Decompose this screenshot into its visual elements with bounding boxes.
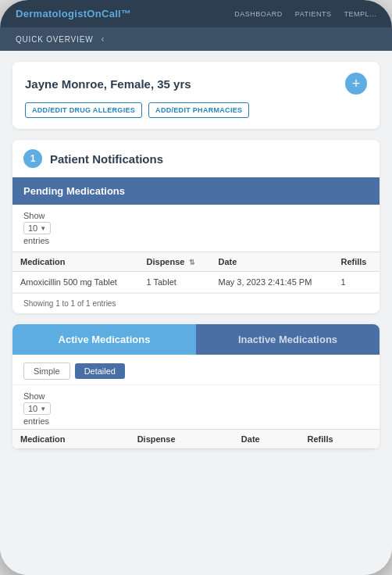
pending-medications-table: Medication Dispense ⇅ Date Refills xyxy=(12,252,380,293)
tab-active-medications[interactable]: Active Medications xyxy=(12,324,196,355)
show-select-meds[interactable]: 10 ▼ xyxy=(23,402,51,415)
sub-navigation: QUICK OVERVIEW ‹ xyxy=(0,27,392,51)
show-select-pending[interactable]: 10 ▼ xyxy=(23,222,51,234)
section-title: Patient Notifications xyxy=(50,152,163,166)
sort-icon[interactable]: ⇅ xyxy=(189,259,195,266)
showing-text: Showing 1 to 1 of 1 entries xyxy=(12,293,380,313)
chevron-left-icon[interactable]: ‹ xyxy=(101,34,104,45)
cell-dispense: 1 Tablet xyxy=(139,272,211,293)
active-medications-table: Medication Dispense Date Refills xyxy=(12,429,380,449)
medications-tabs: Active Medications Inactive Medications xyxy=(12,324,380,355)
logo-text: DermatologistOnCall xyxy=(16,8,121,20)
add-edit-pharmacies-button[interactable]: ADD/EDIT PHARMACIES xyxy=(148,102,249,118)
add-button[interactable]: + xyxy=(345,73,367,95)
quick-overview-label: QUICK OVERVIEW xyxy=(16,35,93,44)
cell-refills: 1 xyxy=(333,272,380,293)
view-detailed-button[interactable]: Detailed xyxy=(75,363,125,379)
view-toggle: Simple Detailed xyxy=(12,355,380,385)
table-row: Amoxicillin 500 mg Tablet 1 Tablet May 3… xyxy=(12,272,380,293)
dropdown-arrow-icon: ▼ xyxy=(40,405,46,412)
col-medication: Medication xyxy=(12,252,139,272)
patient-header: Jayne Monroe, Female, 35 yrs + xyxy=(25,73,367,95)
cell-date: May 3, 2023 2:41:45 PM xyxy=(211,272,333,293)
top-navigation: DermatologistOnCall™ DASHBOARD PATIENTS … xyxy=(0,0,392,27)
section-number: 1 xyxy=(23,149,42,168)
nav-patients[interactable]: PATIENTS xyxy=(295,10,332,18)
med-col-refills: Refills xyxy=(300,430,380,449)
patient-actions: ADD/EDIT DRUG ALLERGIES ADD/EDIT PHARMAC… xyxy=(25,102,367,118)
logo: DermatologistOnCall™ xyxy=(16,8,131,20)
col-refills: Refills xyxy=(333,252,380,272)
section-header: 1 Patient Notifications xyxy=(12,140,380,177)
cell-medication: Amoxicillin 500 mg Tablet xyxy=(12,272,139,293)
col-date: Date xyxy=(211,252,333,272)
nav-dashboard[interactable]: DASHBOARD xyxy=(234,10,283,18)
col-dispense: Dispense ⇅ xyxy=(139,252,211,272)
nav-templates[interactable]: TEMPL... xyxy=(344,10,376,18)
show-entries-pending: Show 10 ▼ entries xyxy=(12,205,380,252)
nav-links: DASHBOARD PATIENTS TEMPL... xyxy=(234,10,376,18)
tab-inactive-medications[interactable]: Inactive Medications xyxy=(196,324,380,355)
add-edit-drug-allergies-button[interactable]: ADD/EDIT DRUG ALLERGIES xyxy=(25,102,142,118)
patient-notifications-section: 1 Patient Notifications Pending Medicati… xyxy=(12,140,380,313)
medications-section: Active Medications Inactive Medications … xyxy=(12,324,380,449)
med-col-dispense: Dispense xyxy=(130,430,233,449)
patient-name: Jayne Monroe, Female, 35 yrs xyxy=(25,77,191,91)
med-col-medication: Medication xyxy=(12,430,130,449)
view-simple-button[interactable]: Simple xyxy=(23,362,70,380)
pending-medications-header: Pending Medications xyxy=(12,177,380,205)
dropdown-arrow-icon: ▼ xyxy=(40,225,46,232)
show-entries-meds: Show 10 ▼ entries xyxy=(12,385,380,429)
med-col-date: Date xyxy=(233,430,300,449)
main-content: Jayne Monroe, Female, 35 yrs + ADD/EDIT … xyxy=(0,51,392,575)
patient-card: Jayne Monroe, Female, 35 yrs + ADD/EDIT … xyxy=(12,62,380,129)
